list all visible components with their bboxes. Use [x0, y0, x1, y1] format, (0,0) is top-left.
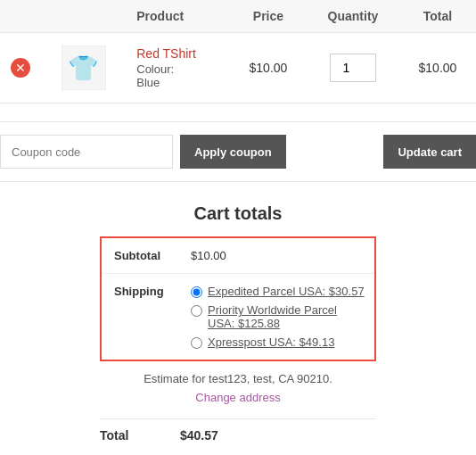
update-cart-button[interactable]: Update cart — [383, 135, 476, 169]
change-address-link[interactable]: Change address — [100, 391, 376, 404]
col-header-total: Total — [399, 0, 476, 33]
product-name-link[interactable]: Red TShirt — [136, 46, 196, 61]
coupon-left: Apply coupon — [0, 135, 286, 169]
shipping-option: Xpresspost USA: $49.13 — [191, 335, 365, 349]
cart-totals-title: Cart totals — [100, 203, 376, 224]
subtotal-value: $10.00 — [182, 238, 374, 273]
coupon-row: Apply coupon Update cart — [0, 121, 476, 182]
price-cell: $10.00 — [230, 33, 307, 103]
remove-cell: ✕ — [0, 33, 41, 103]
col-header-price: Price — [230, 0, 307, 33]
estimate-text: Estimate for test123, test, CA 90210. — [100, 372, 376, 385]
remove-item-button[interactable]: ✕ — [11, 58, 30, 78]
shipping-row: Shipping Expedited Parcel USA: $30.57Pri… — [102, 274, 374, 360]
total-final-row: Total $40.57 — [100, 418, 376, 451]
color-label: Colour: — [136, 62, 174, 76]
shipping-option-label: Xpresspost USA: $49.13 — [208, 335, 334, 349]
shipping-option: Expedited Parcel USA: $30.57 — [191, 285, 365, 298]
shipping-options-container: Expedited Parcel USA: $30.57Priority Wor… — [182, 274, 374, 360]
product-meta: Colour: Blue — [136, 62, 219, 89]
cart-totals-section: Cart totals Subtotal $10.00 Shipping Exp… — [100, 203, 376, 451]
totals-box: Subtotal $10.00 Shipping Expedited Parce… — [100, 236, 376, 361]
tshirt-icon: 👕 — [68, 54, 99, 83]
shipping-option-label: Priority Worldwide Parcel USA: $125.88 — [208, 303, 365, 330]
product-price: $10.00 — [250, 61, 288, 75]
total-final-label: Total — [100, 428, 180, 443]
product-total: $10.00 — [419, 61, 457, 75]
table-row: ✕ 👕 Red TShirt Colour: Blue $10.00 — [0, 33, 476, 103]
product-info-cell: Red TShirt Colour: Blue — [126, 33, 230, 103]
col-header-image — [41, 0, 126, 33]
apply-coupon-button[interactable]: Apply coupon — [180, 135, 286, 169]
total-final-value: $40.57 — [180, 428, 218, 443]
shipping-radio-xpresspost[interactable] — [191, 337, 202, 349]
shipping-radio-priority-worldwide[interactable] — [191, 305, 202, 317]
quantity-input[interactable] — [330, 54, 376, 82]
shipping-label: Shipping — [102, 274, 182, 360]
coupon-input[interactable] — [0, 135, 173, 169]
quantity-cell — [307, 33, 399, 103]
shipping-options-list: Expedited Parcel USA: $30.57Priority Wor… — [191, 285, 365, 349]
col-header-quantity: Quantity — [307, 0, 399, 33]
cart-table: Product Price Quantity Total ✕ 👕 Red TSh… — [0, 0, 476, 103]
color-value: Blue — [136, 76, 160, 89]
product-image-cell: 👕 — [41, 33, 126, 103]
shipping-option: Priority Worldwide Parcel USA: $125.88 — [191, 303, 365, 330]
subtotal-label: Subtotal — [102, 238, 182, 273]
subtotal-row: Subtotal $10.00 — [102, 238, 374, 274]
shipping-option-label: Expedited Parcel USA: $30.57 — [208, 285, 365, 298]
shipping-radio-exp-parcel[interactable] — [191, 286, 202, 298]
total-cell: $10.00 — [399, 33, 476, 103]
col-header-remove — [0, 0, 41, 33]
product-thumbnail: 👕 — [62, 46, 106, 90]
col-header-product: Product — [126, 0, 230, 33]
